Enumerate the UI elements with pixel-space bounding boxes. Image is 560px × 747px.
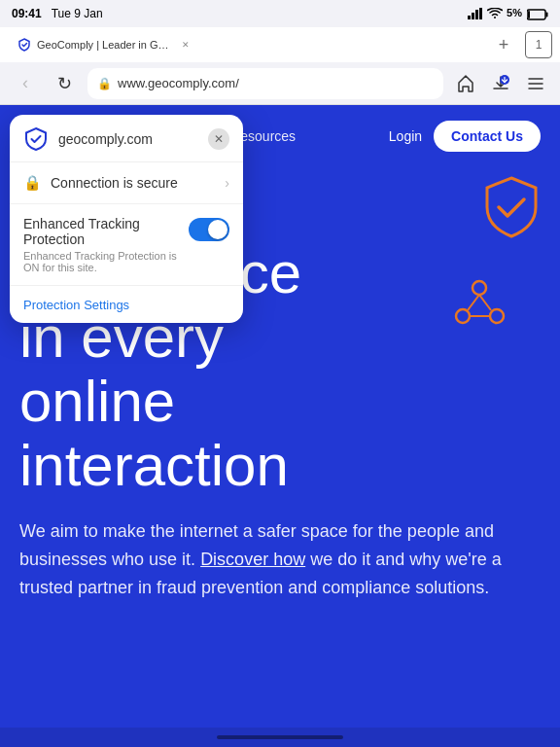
status-bar: 09:41 Tue 9 Jan 5%: [0, 0, 560, 27]
hamburger-icon: [526, 74, 545, 93]
home-button[interactable]: [451, 69, 480, 98]
svg-point-12: [456, 309, 470, 323]
bottom-scroll-bar: [0, 728, 560, 747]
popup-settings-row: Protection Settings: [10, 286, 243, 323]
login-link[interactable]: Login: [389, 128, 422, 144]
popup-tracking-row: Enhanced Tracking Protection Enhanced Tr…: [10, 204, 243, 286]
popup-close-button[interactable]: ✕: [208, 128, 229, 150]
svg-rect-6: [546, 12, 548, 17]
lock-icon: 🔒: [97, 77, 112, 90]
discover-how-link[interactable]: Discover how: [200, 550, 305, 569]
back-button[interactable]: ‹: [10, 68, 41, 99]
toggle-knob: [208, 220, 228, 239]
browser-nav-bar: ‹ ↻ 🔒 www.geocomply.com/: [0, 62, 560, 105]
connection-status-text: Connection is secure: [51, 175, 215, 191]
menu-button[interactable]: [521, 69, 550, 98]
svg-rect-2: [475, 10, 478, 19]
nav-right-buttons: [451, 69, 550, 98]
svg-rect-3: [479, 8, 482, 19]
wifi-icon: [487, 8, 503, 19]
status-right: 5%: [468, 7, 548, 19]
address-url: www.geocomply.com/: [118, 76, 239, 90]
decorative-shield-icon: [477, 173, 545, 241]
time-display: 09:41: [12, 7, 42, 20]
protection-settings-link[interactable]: Protection Settings: [23, 298, 129, 312]
tab-label: GeoComply | Leader in Geol...: [37, 39, 173, 51]
popup-header: geocomply.com ✕: [10, 115, 243, 162]
reload-button[interactable]: ↻: [49, 68, 80, 99]
download-icon: [491, 74, 510, 93]
tab-close-button[interactable]: ✕: [179, 38, 192, 52]
popup-site-favicon: [23, 126, 49, 152]
tracking-title: Enhanced Tracking Protection: [23, 216, 179, 247]
tab-grid-button[interactable]: 1: [525, 31, 552, 58]
hero-line4: online: [19, 369, 175, 434]
browser-popup: geocomply.com ✕ 🔒 Connection is secure ›…: [10, 115, 243, 323]
svg-point-11: [472, 281, 486, 295]
tab-favicon: [18, 38, 31, 52]
svg-line-14: [468, 295, 479, 310]
tab-bar: GeoComply | Leader in Geol... ✕ + 1: [0, 27, 560, 62]
scroll-indicator: [217, 735, 343, 739]
decorative-nodes-icon: [448, 270, 511, 334]
battery-display: 5%: [507, 7, 548, 19]
svg-line-15: [479, 295, 491, 310]
hero-subtitle: We aim to make the internet a safer spac…: [19, 517, 506, 601]
tracking-desc: Enhanced Tracking Protection is ON for t…: [23, 250, 179, 273]
date-display: Tue 9 Jan: [52, 7, 103, 20]
tracking-content: Enhanced Tracking Protection Enhanced Tr…: [23, 216, 179, 273]
status-left: 09:41 Tue 9 Jan: [12, 7, 103, 20]
tracking-toggle[interactable]: [189, 218, 229, 241]
popup-site-name: geocomply.com: [58, 131, 198, 147]
battery-icon: [527, 9, 548, 20]
main-content: Products Company Resources Login Contact…: [0, 105, 560, 747]
hero-line5: interaction: [19, 433, 289, 498]
svg-rect-5: [528, 11, 530, 18]
contact-us-button[interactable]: Contact Us: [434, 121, 541, 152]
active-tab[interactable]: GeoComply | Leader in Geol... ✕: [8, 31, 202, 58]
popup-connection-row[interactable]: 🔒 Connection is secure ›: [10, 162, 243, 204]
address-bar[interactable]: 🔒 www.geocomply.com/: [88, 68, 443, 99]
signal-icon: [468, 8, 483, 19]
chevron-right-icon: ›: [225, 175, 229, 191]
download-button[interactable]: [486, 69, 515, 98]
lock-icon-popup: 🔒: [23, 174, 41, 192]
svg-rect-1: [472, 13, 474, 19]
new-tab-button[interactable]: +: [490, 31, 517, 58]
svg-rect-0: [468, 16, 471, 19]
svg-point-13: [490, 309, 504, 323]
home-icon: [456, 74, 475, 93]
